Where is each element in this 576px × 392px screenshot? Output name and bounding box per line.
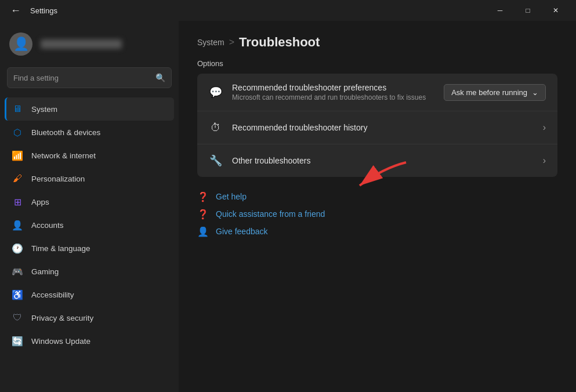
give-feedback-link[interactable]: 👤 Give feedback bbox=[197, 226, 557, 237]
sidebar-item-label: Bluetooth & devices bbox=[31, 128, 100, 137]
search-icon: 🔍 bbox=[155, 73, 165, 82]
sidebar-item-label: Apps bbox=[31, 198, 49, 206]
quick-assistance-label: Quick assistance from a friend bbox=[216, 209, 325, 219]
options-container: 💬 Recommended troubleshooter preferences… bbox=[197, 74, 557, 177]
option-desc: Microsoft can recommend and run troubles… bbox=[232, 93, 434, 101]
option-control: › bbox=[543, 122, 546, 133]
breadcrumb-separator: > bbox=[229, 37, 234, 48]
get-help-label: Get help bbox=[216, 192, 247, 201]
titlebar: ← Settings ─ □ ✕ bbox=[0, 0, 576, 21]
sidebar-item-time[interactable]: 🕐 Time & language bbox=[5, 237, 174, 260]
system-icon: 🖥 bbox=[12, 103, 23, 115]
option-text: Recommended troubleshooter preferences M… bbox=[232, 83, 434, 101]
close-button[interactable]: ✕ bbox=[542, 0, 569, 21]
search-box[interactable]: 🔍 bbox=[7, 67, 172, 88]
app-container: 👤 🔍 🖥 System ⬡ Bluetooth & devices 📶 Net… bbox=[0, 21, 576, 392]
user-section: 👤 bbox=[0, 21, 179, 65]
sidebar-item-label: Accounts bbox=[31, 221, 64, 230]
accounts-icon: 👤 bbox=[12, 219, 23, 231]
troubleshooter-dropdown[interactable]: Ask me before running ⌄ bbox=[444, 84, 546, 101]
sidebar-item-bluetooth[interactable]: ⬡ Bluetooth & devices bbox=[5, 121, 174, 144]
search-input[interactable] bbox=[13, 74, 155, 82]
chevron-down-icon: ⌄ bbox=[532, 88, 538, 97]
sidebar-item-accessibility[interactable]: ♿ Accessibility bbox=[5, 283, 174, 306]
sidebar-item-accounts[interactable]: 👤 Accounts bbox=[5, 213, 174, 237]
sidebar-item-label: Time & language bbox=[31, 244, 90, 253]
titlebar-left: ← Settings bbox=[7, 3, 57, 18]
time-icon: 🕐 bbox=[12, 242, 23, 254]
chevron-right-icon: › bbox=[543, 122, 546, 133]
option-title: Recommended troubleshooter preferences bbox=[232, 83, 434, 92]
minimize-button[interactable]: ─ bbox=[487, 0, 513, 21]
option-control: Ask me before running ⌄ bbox=[444, 84, 546, 101]
sidebar-item-label: System bbox=[31, 105, 57, 114]
user-name bbox=[41, 39, 122, 49]
sidebar-item-network[interactable]: 📶 Network & internet bbox=[5, 144, 174, 167]
wrench-icon: 🔧 bbox=[209, 154, 223, 168]
windows-update-icon: 🔄 bbox=[12, 335, 23, 347]
sidebar-item-gaming[interactable]: 🎮 Gaming bbox=[5, 260, 174, 283]
sidebar-item-apps[interactable]: ⊞ Apps bbox=[5, 190, 174, 213]
quick-assistance-icon: ❓ bbox=[197, 208, 209, 220]
sidebar-item-windows-update[interactable]: 🔄 Windows Update bbox=[5, 329, 174, 353]
sidebar-item-label: Network & internet bbox=[31, 151, 96, 160]
personalization-icon: 🖌 bbox=[12, 173, 23, 184]
apps-icon: ⊞ bbox=[12, 196, 23, 208]
content-area: System > Troubleshoot Options 💬 Recommen… bbox=[179, 21, 576, 392]
privacy-icon: 🛡 bbox=[12, 312, 23, 324]
sidebar-item-label: Gaming bbox=[31, 267, 59, 276]
help-links: ❓ Get help ❓ Quick assistance from a fri… bbox=[197, 191, 557, 237]
accessibility-icon: ♿ bbox=[12, 289, 23, 300]
option-text: Other troubleshooters bbox=[232, 156, 534, 165]
sidebar: 👤 🔍 🖥 System ⬡ Bluetooth & devices 📶 Net… bbox=[0, 21, 179, 392]
maximize-button[interactable]: □ bbox=[515, 0, 541, 21]
quick-assistance-link[interactable]: ❓ Quick assistance from a friend bbox=[197, 208, 557, 220]
option-control: › bbox=[543, 155, 546, 166]
avatar-icon: 👤 bbox=[13, 37, 29, 52]
sidebar-item-personalization[interactable]: 🖌 Personalization bbox=[5, 167, 174, 190]
gaming-icon: 🎮 bbox=[12, 266, 23, 277]
history-icon: ⏱ bbox=[209, 121, 223, 135]
give-feedback-label: Give feedback bbox=[216, 227, 268, 236]
option-title: Other troubleshooters bbox=[232, 156, 534, 165]
option-recommended-history[interactable]: ⏱ Recommended troubleshooter history › bbox=[197, 111, 557, 144]
option-text: Recommended troubleshooter history bbox=[232, 123, 534, 132]
option-recommended-prefs[interactable]: 💬 Recommended troubleshooter preferences… bbox=[197, 74, 557, 111]
bluetooth-icon: ⬡ bbox=[12, 126, 23, 138]
chat-icon: 💬 bbox=[209, 85, 223, 99]
sidebar-item-label: Privacy & security bbox=[31, 314, 93, 322]
give-feedback-icon: 👤 bbox=[197, 226, 209, 237]
breadcrumb: System > Troubleshoot bbox=[197, 35, 557, 50]
sidebar-item-system[interactable]: 🖥 System bbox=[5, 97, 174, 121]
chevron-right-icon: › bbox=[543, 155, 546, 166]
nav-list: 🖥 System ⬡ Bluetooth & devices 📶 Network… bbox=[0, 95, 179, 355]
network-icon: 📶 bbox=[12, 150, 23, 161]
page-title: Troubleshoot bbox=[239, 35, 320, 50]
section-label: Options bbox=[197, 59, 557, 68]
avatar: 👤 bbox=[9, 32, 32, 56]
sidebar-item-label: Accessibility bbox=[31, 291, 74, 299]
sidebar-item-label: Windows Update bbox=[31, 337, 90, 346]
window-controls: ─ □ ✕ bbox=[487, 0, 569, 21]
option-title: Recommended troubleshooter history bbox=[232, 123, 534, 132]
dropdown-label: Ask me before running bbox=[451, 88, 527, 97]
option-other-troubleshooters[interactable]: 🔧 Other troubleshooters › bbox=[197, 144, 557, 177]
breadcrumb-parent: System bbox=[197, 38, 224, 47]
get-help-link[interactable]: ❓ Get help bbox=[197, 191, 557, 202]
app-title: Settings bbox=[30, 6, 57, 15]
sidebar-item-privacy[interactable]: 🛡 Privacy & security bbox=[5, 306, 174, 329]
get-help-icon: ❓ bbox=[197, 191, 209, 202]
back-button[interactable]: ← bbox=[7, 3, 24, 18]
sidebar-item-label: Personalization bbox=[31, 175, 85, 183]
